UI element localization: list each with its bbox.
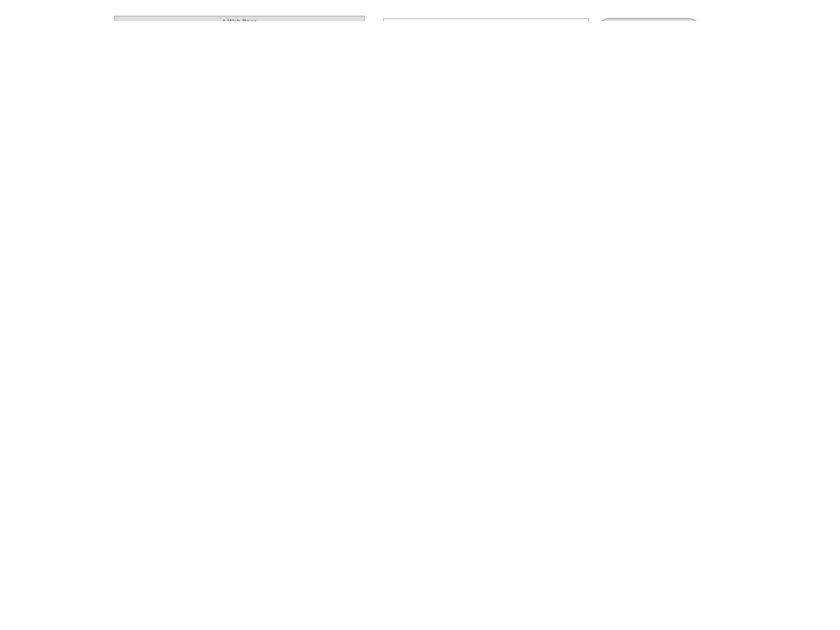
browser-title: A Web Page <box>114 16 365 21</box>
browser-window: A Web Page ← → ⟳ 🔍 One Two Three Button … <box>114 16 365 21</box>
menus-panel: File Edit View Help OpenCTRL+O Open Rece… <box>383 18 589 21</box>
phone-mockup: ▮▮▯ ABC3G 09:48 PM ▮▮ A Simple Label +Ad… <box>596 18 701 21</box>
rich-text: A paragraph of text. A second row of tex… <box>491 20 555 21</box>
